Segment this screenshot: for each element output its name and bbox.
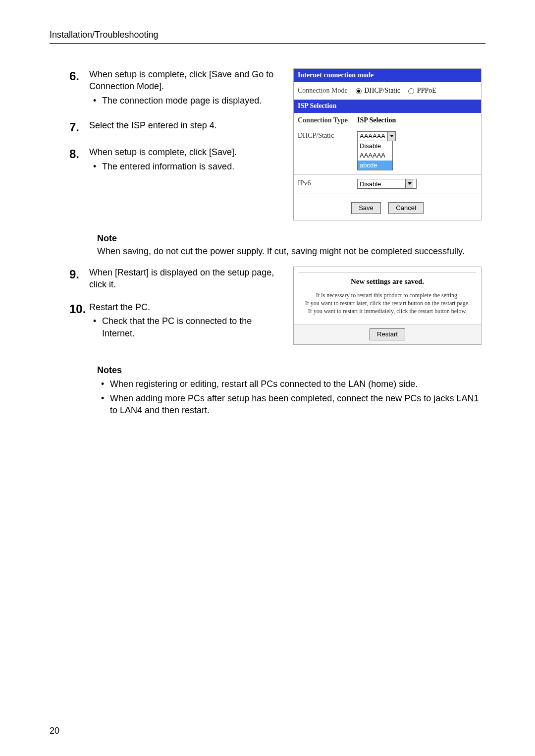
- note1-text: When saving, do not cut the power supply…: [97, 245, 485, 257]
- panel1-header2: ISP Selection: [294, 100, 481, 113]
- step-8-text: When setup is complete, click [Save].: [89, 147, 237, 157]
- row-ipv6-label: IPv6: [298, 179, 357, 188]
- save-button[interactable]: Save: [351, 202, 381, 214]
- connection-mode-label: Connection Mode: [298, 86, 348, 96]
- col-connection-type: Connection Type: [298, 116, 357, 125]
- radio-dhcp-static[interactable]: DHCP/Static: [356, 86, 401, 96]
- page-number: 20: [50, 726, 59, 736]
- step-10-bullet: Check that the PC is connected to the In…: [89, 315, 282, 339]
- page-header: Installation/Troubleshooting: [50, 30, 158, 40]
- option-abcde[interactable]: abcde: [358, 161, 392, 170]
- ipv6-dropdown-value: Disable: [358, 180, 405, 189]
- panel1-header1: Internet connection mode: [294, 69, 481, 82]
- radio-pppoe[interactable]: PPPoE: [408, 86, 436, 96]
- dhcp-dropdown-options: Disable AAAAAA abcde: [357, 141, 393, 171]
- step-8-bullet: The entered information is saved.: [89, 161, 282, 172]
- step-10-number: 10.: [69, 301, 89, 341]
- dhcp-isp-dropdown[interactable]: AAAAAA: [357, 131, 396, 141]
- notes2-bullet-1: When registering or editing, restart all…: [97, 378, 485, 390]
- settings-saved-panel: New settings are saved. It is necessary …: [293, 267, 482, 345]
- radio-dhcp-label: DHCP/Static: [364, 87, 400, 94]
- step-10-text: Restart the PC.: [89, 302, 150, 312]
- connection-mode-panel: Internet connection mode Connection Mode…: [293, 68, 482, 220]
- chevron-down-icon: [387, 132, 395, 141]
- step-6-bullet: The connection mode page is displayed.: [89, 95, 282, 107]
- panel2-line2: If you want to restart later, click the …: [305, 300, 470, 307]
- step-7-number: 7.: [69, 119, 89, 135]
- step-9-number: 9.: [69, 267, 89, 291]
- step-6-text: When setup is complete, click [Save and …: [89, 69, 273, 91]
- step-7-text: Select the ISP entered in step 4.: [89, 120, 217, 130]
- option-disable[interactable]: Disable: [358, 141, 392, 151]
- radio-dot-icon: [408, 88, 414, 94]
- radio-pppoe-label: PPPoE: [417, 87, 436, 94]
- panel2-line1: It is necessary to restart this product …: [316, 292, 459, 299]
- row-dhcp-label: DHCP/Static: [298, 131, 357, 141]
- panel2-title: New settings are saved.: [299, 276, 476, 286]
- chevron-down-icon: [405, 179, 413, 188]
- note1-title: Note: [97, 232, 485, 244]
- dhcp-dropdown-value: AAAAAA: [358, 132, 387, 141]
- step-8-number: 8.: [69, 146, 89, 174]
- cancel-button[interactable]: Cancel: [388, 202, 423, 214]
- radio-dot-selected-icon: [356, 88, 362, 94]
- ipv6-dropdown[interactable]: Disable: [357, 179, 417, 189]
- restart-button[interactable]: Restart: [370, 328, 405, 340]
- col-isp-selection: ISP Selection: [357, 116, 477, 125]
- notes2-title: Notes: [97, 364, 485, 376]
- panel2-line3: If you want to restart it immediately, c…: [308, 308, 467, 315]
- option-aaaaaa[interactable]: AAAAAA: [358, 151, 392, 161]
- step-9-text: When [Restart] is displayed on the setup…: [89, 268, 274, 289]
- step-6-number: 6.: [69, 68, 89, 108]
- notes2-bullet-2: When adding more PCs after setup has bee…: [97, 392, 485, 417]
